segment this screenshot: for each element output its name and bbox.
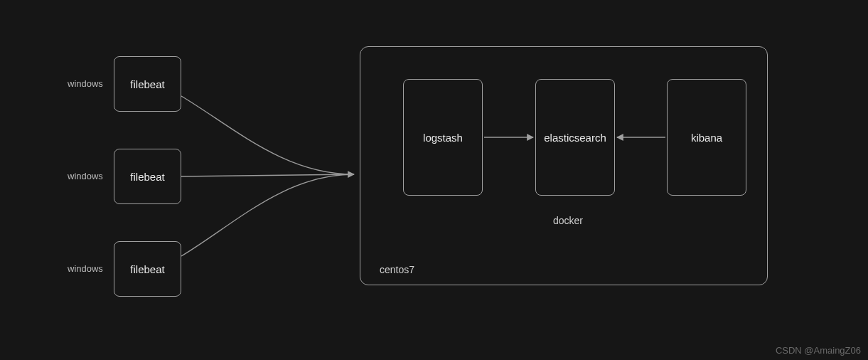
filebeat-node-3-label: filebeat <box>130 263 164 275</box>
elasticsearch-node-label: elasticsearch <box>544 132 606 144</box>
edge-filebeat3-to-centos7 <box>181 174 354 256</box>
kibana-node: kibana <box>667 79 746 196</box>
filebeat-node-3: filebeat <box>114 241 181 297</box>
filebeat-node-2-label: filebeat <box>130 171 164 183</box>
edge-filebeat1-to-centos7 <box>181 96 354 174</box>
logstash-node-label: logstash <box>423 132 463 144</box>
filebeat-node-1: filebeat <box>114 56 181 112</box>
centos7-container-label: centos7 <box>380 264 414 275</box>
kibana-node-label: kibana <box>691 132 722 144</box>
logstash-node: logstash <box>403 79 483 196</box>
elasticsearch-node: elasticsearch <box>535 79 615 196</box>
docker-label: docker <box>553 215 583 226</box>
filebeat-node-3-side-label: windows <box>68 263 103 274</box>
filebeat-node-1-label: filebeat <box>130 78 164 90</box>
filebeat-node-2-side-label: windows <box>68 171 103 181</box>
watermark-text: CSDN @AmaingZ06 <box>776 345 861 356</box>
filebeat-node-2: filebeat <box>114 149 181 204</box>
filebeat-node-1-side-label: windows <box>68 78 103 89</box>
edge-filebeat2-to-centos7 <box>181 174 354 176</box>
